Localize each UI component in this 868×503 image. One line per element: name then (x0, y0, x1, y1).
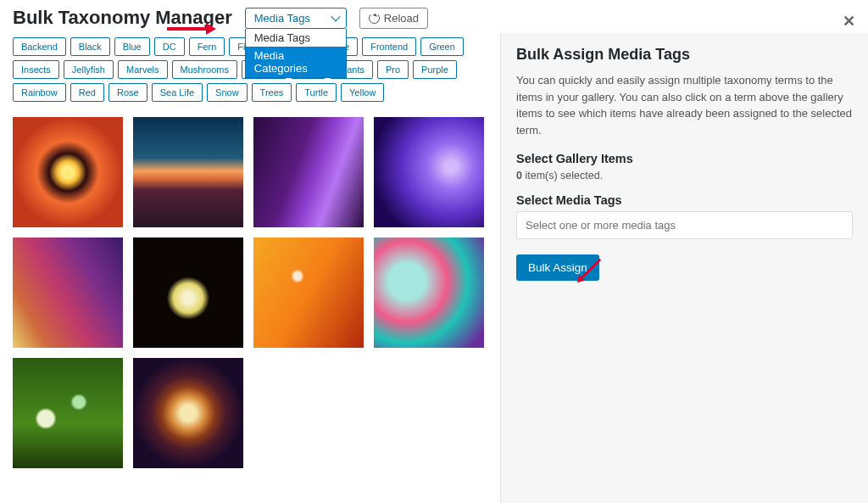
tag-button[interactable]: Sea Life (152, 83, 203, 102)
tag-button[interactable]: DC (154, 37, 185, 56)
tag-button[interactable]: Backend (13, 37, 66, 56)
select-items-heading: Select Gallery Items (516, 152, 853, 165)
tag-button[interactable]: Black (70, 37, 110, 56)
gallery-thumbnail[interactable] (133, 117, 243, 227)
taxonomy-dropdown: Media Tags Media Categories (245, 29, 347, 78)
selected-count: 0 item(s) selected. (516, 170, 853, 182)
selected-count-number: 0 (516, 170, 522, 182)
tag-button[interactable]: Jellyfish (64, 60, 114, 79)
panel-description: You can quickly and easily assign multip… (516, 72, 853, 138)
bulk-assign-panel: Bulk Assign Media Tags You can quickly a… (500, 33, 868, 503)
tag-button[interactable]: Rose (108, 83, 147, 102)
gallery-thumbnail[interactable] (13, 358, 123, 468)
tag-button[interactable]: Purple (413, 60, 457, 79)
dropdown-option-media-categories[interactable]: Media Categories (246, 47, 346, 77)
taxonomy-select-wrap: Media Tags Media Tags Media Categories (245, 8, 347, 29)
tag-button[interactable]: Snow (207, 83, 248, 102)
selected-count-suffix: item(s) selected. (522, 170, 603, 182)
annotation-arrow-dropdown (165, 21, 216, 36)
tag-button[interactable]: Mushrooms (172, 60, 237, 79)
tag-button[interactable]: Turtle (296, 83, 337, 102)
taxonomy-select[interactable]: Media Tags (245, 8, 347, 29)
main-layout: BackendBlackBlueDCFernFishFlowersFreeFro… (0, 33, 868, 503)
reload-label: Reload (384, 12, 419, 25)
gallery-thumbnail[interactable] (374, 238, 484, 348)
tag-button[interactable]: Trees (252, 83, 292, 102)
media-tags-input[interactable] (516, 211, 853, 239)
gallery-thumbnail[interactable] (133, 238, 243, 348)
left-column: BackendBlackBlueDCFernFishFlowersFreeFro… (0, 33, 500, 503)
taxonomy-select-value: Media Tags (254, 12, 310, 25)
panel-heading: Bulk Assign Media Tags (516, 46, 853, 64)
reload-icon (369, 13, 380, 24)
reload-button[interactable]: Reload (359, 8, 428, 29)
tag-button[interactable]: Pro (377, 60, 409, 79)
tag-button[interactable]: Frontend (362, 37, 416, 56)
tag-button[interactable]: Red (70, 83, 104, 102)
tag-button[interactable]: Marvels (118, 60, 168, 79)
gallery-thumbnail[interactable] (253, 238, 364, 348)
tag-button[interactable]: Fern (189, 37, 225, 56)
gallery-thumbnail[interactable] (133, 358, 243, 468)
tag-button[interactable]: Insects (13, 60, 59, 79)
gallery-thumbnail[interactable] (13, 117, 123, 227)
tag-button[interactable]: Green (420, 37, 464, 56)
svg-marker-1 (206, 23, 216, 35)
tag-button[interactable]: Yellow (341, 83, 384, 102)
gallery-thumbnail[interactable] (13, 238, 123, 348)
close-button[interactable]: ✕ (843, 12, 855, 31)
dropdown-option-media-tags[interactable]: Media Tags (246, 29, 346, 47)
header-bar: Bulk Taxonomy Manager Media Tags Media T… (0, 0, 868, 33)
tag-button[interactable]: Blue (114, 37, 150, 56)
tag-button[interactable]: Rainbow (13, 83, 66, 102)
select-tags-heading: Select Media Tags (516, 193, 853, 207)
gallery-grid (13, 117, 487, 468)
gallery-thumbnail[interactable] (253, 117, 364, 227)
gallery-thumbnail[interactable] (374, 117, 484, 227)
